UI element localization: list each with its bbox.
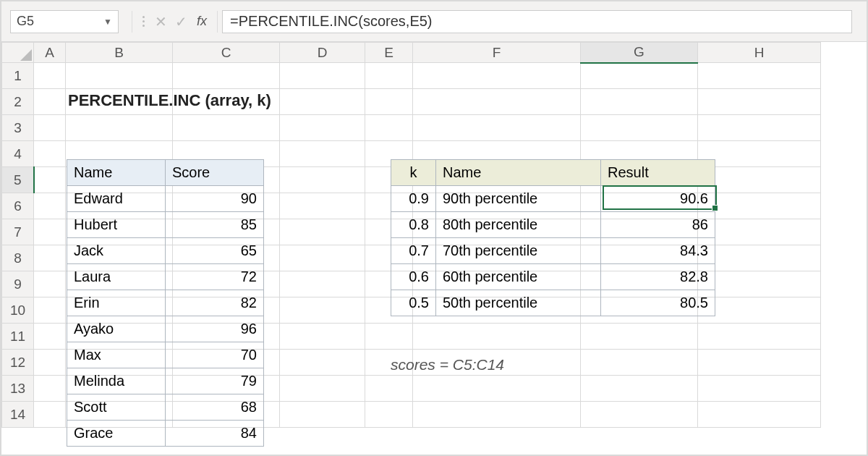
table-cell[interactable]: 50th percentile [436,290,601,316]
pct-header-name[interactable]: Name [436,160,601,186]
col-header-A[interactable]: A [34,43,66,63]
table-cell[interactable]: Grace [67,421,166,447]
row-header-6[interactable]: 6 [2,193,34,219]
drag-handle-icon[interactable] [137,16,150,27]
enter-icon[interactable]: ✓ [171,13,191,30]
table-cell[interactable]: 80th percentile [436,212,601,238]
row-header-5[interactable]: 5 [2,167,34,193]
row-header-2[interactable]: 2 [2,89,34,115]
table-cell[interactable]: Laura [67,264,166,290]
percentile-table: k Name Result 0.990th percentile90.60.88… [391,159,715,316]
cancel-icon[interactable]: ✕ [150,13,171,30]
scores-header-score[interactable]: Score [166,160,264,186]
table-cell[interactable]: 70 [166,342,264,368]
row-header-7[interactable]: 7 [2,219,34,245]
col-header-D[interactable]: D [280,43,365,63]
separator [217,11,218,33]
chevron-down-icon[interactable]: ▼ [103,17,112,27]
row-header-10[interactable]: 10 [2,297,34,324]
table-cell[interactable]: 85 [166,212,264,238]
formula-text: =PERCENTILE.INC(scores,E5) [230,13,433,30]
name-box-value: G5 [17,14,34,29]
table-cell[interactable]: 82 [166,290,264,316]
separator [132,11,132,33]
table-cell[interactable]: 0.5 [391,290,436,316]
table-cell[interactable]: 80.5 [601,290,715,316]
table-cell[interactable]: Jack [67,238,166,264]
table-cell[interactable]: Erin [67,290,166,316]
table-cell[interactable]: 82.8 [601,264,715,290]
table-cell[interactable]: 90th percentile [436,186,601,212]
table-cell[interactable]: 70th percentile [436,238,601,264]
table-cell[interactable]: 0.6 [391,264,436,290]
table-cell[interactable]: 0.7 [391,238,436,264]
select-all-corner[interactable] [2,43,34,63]
range-note: scores = C5:C14 [391,356,504,373]
col-header-H[interactable]: H [698,43,821,63]
worksheet[interactable]: PERCENTILE.INC (array, k) scores = C5:C1… [33,62,867,455]
formula-input[interactable]: =PERCENTILE.INC(scores,E5) [222,10,852,33]
table-cell[interactable]: Ayako [67,316,166,342]
table-cell[interactable]: 72 [166,264,264,290]
pct-header-k[interactable]: k [391,160,436,186]
row-header-8[interactable]: 8 [2,245,34,271]
table-cell[interactable]: 84 [166,421,264,447]
table-cell[interactable]: Melinda [67,368,166,394]
table-cell[interactable]: 60th percentile [436,264,601,290]
row-header-9[interactable]: 9 [2,271,34,297]
col-header-F[interactable]: F [413,43,581,63]
scores-table: Name Score Edward90Hubert85Jack65Laura72… [67,159,264,447]
col-header-E[interactable]: E [365,43,413,63]
table-cell[interactable]: 84.3 [601,238,715,264]
table-cell[interactable]: 86 [601,212,715,238]
row-header-4[interactable]: 4 [2,141,34,167]
col-header-C[interactable]: C [173,43,280,63]
table-cell[interactable]: 68 [166,394,264,421]
table-cell[interactable]: 90 [166,186,264,212]
fx-icon[interactable]: fx [191,14,213,29]
table-cell[interactable]: Max [67,342,166,368]
row-header-1[interactable]: 1 [2,63,34,89]
table-cell[interactable]: 79 [166,368,264,394]
table-cell[interactable]: Hubert [67,212,166,238]
table-cell[interactable]: 96 [166,316,264,342]
row-header-3[interactable]: 3 [2,115,34,141]
table-cell[interactable]: Edward [67,186,166,212]
table-cell[interactable]: 90.6 [601,186,715,212]
table-cell[interactable]: 0.8 [391,212,436,238]
row-header-13[interactable]: 13 [2,376,34,402]
row-header-12[interactable]: 12 [2,350,34,376]
col-header-B[interactable]: B [66,43,173,63]
col-header-G[interactable]: G [581,43,698,63]
pct-header-result[interactable]: Result [601,160,715,186]
page-title: PERCENTILE.INC (array, k) [68,91,271,110]
name-box[interactable]: G5 ▼ [10,10,119,33]
scores-header-name[interactable]: Name [67,160,166,186]
table-cell[interactable]: 0.9 [391,186,436,212]
formula-bar: G5 ▼ ✕ ✓ fx =PERCENTILE.INC(scores,E5) [1,1,867,42]
row-header-11[interactable]: 11 [2,324,34,350]
table-cell[interactable]: Scott [67,394,166,421]
row-header-14[interactable]: 14 [2,402,34,428]
table-cell[interactable]: 65 [166,238,264,264]
